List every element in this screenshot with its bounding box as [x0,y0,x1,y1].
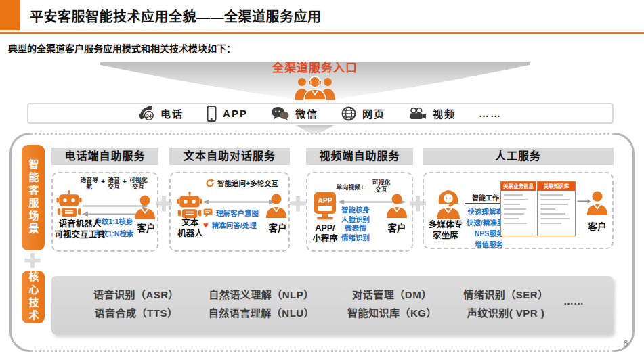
customer-label: 客户 [261,221,294,234]
section-video: 单向视频+ 可视化交互 APP 智能核身 人脸识别 微表情 情绪识别 APP/ … [306,172,413,252]
plus-text: + [101,178,105,191]
video-camera-icon [408,107,427,120]
channel-label: 网页 [362,106,385,120]
knowledge-base-panel: 关联知识库 [537,181,576,236]
section-manual: 智能工作台 快速理解客户 快速/精准服务 NPS服务 增值服务 关联业务信息 关… [423,172,614,249]
flow-label: 语音导航 [79,177,99,191]
customer-label: 客户 [130,221,163,234]
channel-item-phone: 24 电话 [139,106,184,121]
customer-icon [386,194,408,218]
wechat-icon [271,106,289,121]
globe-icon [341,106,356,121]
flow-label: 可视化交互 [129,177,148,191]
slide: 平安客服智能技术应用全貌——全渠道服务应用 典型的全渠道客户服务应用模式和相关技… [0,0,644,358]
plus-icon [288,194,308,213]
page-title: 平安客服智能技术应用全貌——全渠道服务应用 [30,6,322,26]
title-underline [0,32,644,34]
section-header-manual: 人工服务 [423,148,614,165]
intro-text: 典型的全渠道客户服务应用模式和相关技术模块如下： [8,41,236,55]
phone-24-icon: 24 [139,106,154,121]
channels-more: …… [479,108,502,119]
plus-text: + [123,178,127,191]
customer-icon [265,194,287,218]
section-header-text: 文本自助对话服务 [169,148,290,165]
feature: 人脸识别 [333,215,378,225]
section-header-video: 视频端自助服务 [306,148,413,165]
voice-robot-label: 语音机器人 可视交互工具 [51,219,108,240]
channel-item-web: 网页 [341,106,385,121]
channel-label: APP [223,108,248,119]
frame-top-dotted-edge [30,133,615,135]
refresh-icon [205,179,215,188]
panel-title: 关联业务信息 [501,182,536,191]
app-mini-program-label: APP/ 小程序 [306,223,344,244]
plus-icon [22,252,43,269]
core-tech-col-dm-kg: 对话管理（DM） 智能知识库（KG） [343,286,442,322]
channel-item-video: 视频 [408,106,456,120]
core-tech-box: 语音识别（ASR） 语音合成（TTS） 自然语义理解（NLP） 自然语言理解（N… [51,276,613,334]
panel-text-lines [501,194,536,225]
business-info-panel: 关联业务信息 [500,181,536,236]
flow-label: 语音交互 [107,177,121,191]
channel-label: 视频 [433,106,456,120]
panel-title: 关联知识库 [538,182,575,191]
feature: 增值服务 [459,239,519,250]
core-tech-col-speech: 语音识别（ASR） 语音合成（TTS） [85,286,187,322]
frame-bottom-dotted-edge [30,350,615,352]
customer-icon [586,191,608,215]
panel-text-lines [538,194,575,225]
channel-label: 电话 [160,106,184,120]
voice-robot-icon [56,189,82,219]
header-accent-block [0,0,20,30]
core-tech-more: …… [563,295,607,307]
channel-bar: 24 电话 APP 微信 [27,103,614,124]
section-header-phone: 电话端自助服务 [51,148,158,165]
sidebar-tab-core-tech: 核心技术 [22,271,45,323]
phone-flow-labels: 语音导航 + 语音交互 + 可视化交互 [70,177,157,191]
call-center-team-icon [293,74,337,100]
channel-item-wechat: 微信 [271,106,318,121]
customer-label: 客户 [381,221,413,234]
section-phone: 语音导航 + 语音交互 + 可视化交互 声纹1:1核身 声纹1:N检索 语音机器… [51,172,158,252]
entrance-title: 全渠道服务入口 [223,58,406,75]
page-number: 6 [623,338,628,349]
text-robot-label: 文本 机器人 [171,218,210,239]
text-robot-icon [177,191,202,221]
section-text: 智能追问+多轮交互 理解客户意图 ♥ 精准问答/处理 [169,172,290,252]
channel-item-app: APP [207,106,248,122]
customer-icon [134,195,156,219]
workbench-connector [465,203,501,204]
intent-bullet: 理解客户意图 [203,208,259,218]
agent-label: 多媒体专 家坐席 [424,220,467,241]
video-arrow-label-1: 单向视频+ [330,184,370,191]
sidebar-tab-scenarios: 智能客服场景 [22,145,45,250]
video-arrow-label-2: 可视化交互 [371,179,391,194]
svg-text:24: 24 [146,114,152,119]
svg-text:APP: APP [318,196,332,204]
feature: 智能核身 [333,206,378,215]
smartphone-icon [207,106,217,122]
chat-icon [203,208,213,217]
core-tech-col-ser-vpr: 情绪识别（SER） 声纹识别( VPR ) [455,286,557,322]
core-tech-col-nlp: 自然语义理解（NLP） 自然语言理解（NLU） [202,286,321,322]
customer-label: 客户 [582,219,612,233]
frame-right-bracket [614,133,635,352]
channel-label: 微信 [295,106,318,120]
qa-bullet: ♥ 精准问答/处理 [203,220,257,230]
text-arrow-label: 智能追问+多轮交互 [196,178,287,188]
